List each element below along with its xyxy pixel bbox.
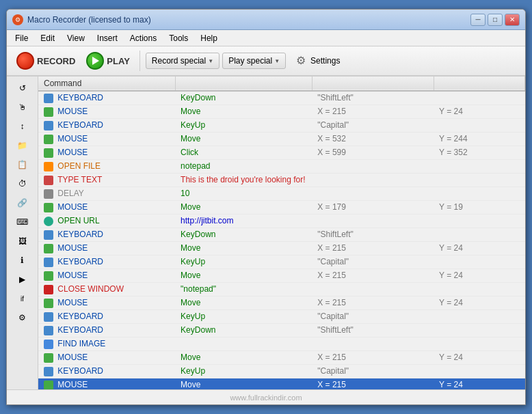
param1-cell: "Capital" — [312, 364, 434, 378]
cmd-cell: OPEN FILE — [38, 159, 175, 173]
cmd-icon — [44, 203, 53, 212]
table-row[interactable]: MOUSE Move X = 215 Y = 24 — [38, 105, 525, 118]
cmd-label: OPEN FILE — [57, 161, 101, 171]
param2-cell: Y = 24 — [434, 241, 524, 255]
cmd-cell: MOUSE — [38, 241, 175, 255]
table-row[interactable]: MOUSE Move X = 215 Y = 24 — [38, 296, 525, 309]
sidebar-icon-0[interactable]: ↺ — [12, 79, 34, 97]
sidebar-icon-if[interactable]: if — [12, 290, 34, 307]
cmd-icon — [44, 285, 53, 294]
table-row[interactable]: OPEN FILE notepad — [38, 159, 525, 173]
record-special-label: Record special — [152, 56, 206, 66]
table-row[interactable]: MOUSE Move X = 215 Y = 24 — [38, 350, 525, 364]
cmd-label: MOUSE — [57, 107, 88, 116]
cmd-cell: CLOSE WINDOW — [38, 282, 175, 296]
param2-cell — [434, 159, 524, 173]
table-row[interactable]: KEYBOARD KeyUp "Capital" — [38, 309, 525, 323]
table-row[interactable]: CLOSE WINDOW "notepad" — [38, 282, 525, 296]
param2-cell — [434, 173, 524, 187]
param2-cell — [434, 91, 524, 105]
table-row[interactable]: KEYBOARD KeyUp "Capital" — [38, 364, 525, 378]
cmd-icon — [44, 326, 53, 335]
param1-cell: X = 215 — [312, 241, 434, 255]
app-icon: ⚙ — [12, 14, 23, 25]
settings-button[interactable]: ⚙ Settings — [289, 51, 345, 70]
cmd-label: TYPE TEXT — [57, 175, 102, 184]
menu-actions[interactable]: Actions — [124, 32, 162, 44]
param2-cell: Y = 352 — [434, 146, 524, 159]
param1-cell: X = 215 — [312, 350, 434, 364]
sidebar-icon-6[interactable]: 🔗 — [12, 194, 34, 212]
param1-cell: X = 215 — [312, 378, 434, 389]
param1-cell — [312, 159, 434, 173]
record-special-arrow: ▼ — [208, 58, 213, 64]
sidebar-icon-settings[interactable]: ⚙ — [12, 309, 34, 327]
maximize-button[interactable]: □ — [488, 14, 503, 26]
menu-insert[interactable]: Insert — [92, 32, 123, 44]
action-cell: notepad — [175, 159, 312, 173]
menu-file[interactable]: File — [10, 32, 34, 44]
sidebar-icon-8[interactable]: 🖼 — [12, 232, 34, 250]
toolbar-separator — [139, 51, 140, 71]
menu-edit[interactable]: Edit — [35, 32, 60, 44]
table-row[interactable]: DELAY 10 — [38, 187, 525, 200]
param1-cell: "Capital" — [312, 309, 434, 323]
table-row[interactable]: MOUSE Click X = 599 Y = 352 — [38, 146, 525, 159]
param1-cell: "ShiftLeft" — [312, 91, 434, 105]
param1-cell — [312, 214, 434, 227]
sidebar-icon-9[interactable]: ℹ — [12, 251, 34, 269]
col-param2-header — [434, 77, 524, 91]
menu-tools[interactable]: Tools — [163, 32, 194, 44]
table-row[interactable]: MOUSE Move X = 215 Y = 24 — [38, 378, 525, 389]
param1-cell — [312, 282, 434, 296]
cmd-icon — [44, 353, 53, 363]
table-row[interactable]: KEYBOARD KeyUp "Capital" — [38, 118, 525, 132]
play-button[interactable]: PLAY — [82, 49, 133, 72]
table-container[interactable]: Command KEYBOARD KeyDown "ShiftLeft" MOU… — [38, 77, 525, 389]
sidebar-icon-2[interactable]: ↕ — [12, 118, 34, 135]
cmd-cell: KEYBOARD — [38, 118, 175, 132]
record-button[interactable]: RECORD — [12, 49, 79, 72]
table-row[interactable]: KEYBOARD KeyDown "ShiftLeft" — [38, 227, 525, 241]
sidebar-icon-10[interactable]: ▶ — [12, 271, 34, 288]
sidebar-icon-5[interactable]: ⏱ — [12, 175, 34, 193]
cmd-icon — [44, 176, 53, 185]
table-row[interactable]: FIND IMAGE — [38, 337, 525, 350]
cmd-label: MOUSE — [57, 380, 88, 389]
param2-cell: Y = 24 — [434, 268, 524, 282]
menu-help[interactable]: Help — [195, 32, 223, 44]
action-cell: KeyDown — [175, 323, 312, 337]
sidebar-icon-7[interactable]: ⌨ — [12, 213, 34, 231]
sidebar-icon-3[interactable]: 📁 — [12, 137, 34, 154]
table-row[interactable]: TYPE TEXT This is the droid you're looki… — [38, 173, 525, 187]
cmd-icon — [44, 230, 53, 240]
sidebar-icon-4[interactable]: 📋 — [12, 156, 34, 174]
cmd-label: MOUSE — [57, 298, 88, 307]
table-row[interactable]: MOUSE Move X = 532 Y = 244 — [38, 132, 525, 146]
play-special-button[interactable]: Play special ▼ — [222, 53, 286, 69]
cmd-cell: OPEN URL — [38, 214, 175, 227]
play-special-arrow: ▼ — [274, 58, 280, 64]
cmd-icon — [44, 148, 53, 158]
param1-cell: "ShiftLeft" — [312, 227, 434, 241]
action-cell: KeyUp — [175, 364, 312, 378]
param2-cell — [434, 227, 524, 241]
table-row[interactable]: MOUSE Move X = 215 Y = 24 — [38, 241, 525, 255]
record-special-button[interactable]: Record special ▼ — [146, 53, 220, 69]
table-row[interactable]: OPEN URL http://jitbit.com — [38, 214, 525, 227]
param2-cell: Y = 244 — [434, 132, 524, 146]
table-row[interactable]: KEYBOARD KeyDown "ShiftLeft" — [38, 91, 525, 105]
cmd-icon — [44, 381, 53, 389]
cmd-icon — [44, 271, 53, 281]
table-row[interactable]: KEYBOARD KeyUp "Capital" — [38, 255, 525, 268]
sidebar-icon-1[interactable]: 🖱 — [12, 98, 34, 116]
close-button[interactable]: ✕ — [505, 14, 520, 26]
menu-view[interactable]: View — [62, 32, 90, 44]
table-row[interactable]: MOUSE Move X = 179 Y = 19 — [38, 200, 525, 214]
table-row[interactable]: MOUSE Move X = 215 Y = 24 — [38, 268, 525, 282]
cmd-icon — [44, 162, 53, 171]
record-label: RECORD — [37, 56, 75, 66]
table-row[interactable]: KEYBOARD KeyDown "ShiftLeft" — [38, 323, 525, 337]
minimize-button[interactable]: ─ — [470, 14, 486, 26]
action-cell: "notepad" — [175, 282, 312, 296]
